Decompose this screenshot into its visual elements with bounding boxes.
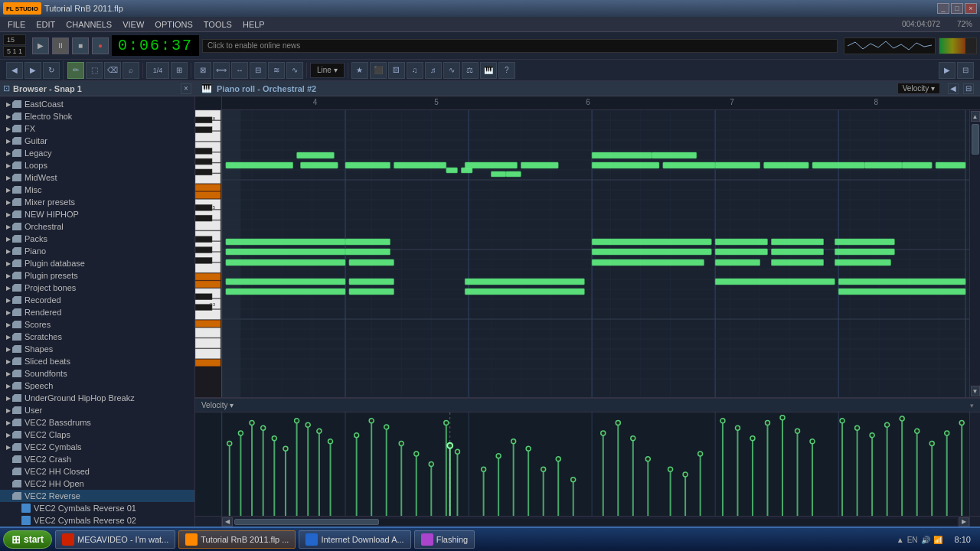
browser-list[interactable]: ▶EastCoast▶Electro Shok▶FX▶Guitar▶Legacy…: [0, 96, 194, 527]
browser-item[interactable]: ▶Scores: [0, 318, 194, 331]
velocity-bars-container[interactable]: [222, 412, 969, 516]
minimize-button[interactable]: _: [937, 3, 949, 14]
record-button[interactable]: ●: [92, 37, 109, 54]
browser-item[interactable]: VEC2 Cymbals Reverse 01: [0, 502, 194, 514]
browser-item[interactable]: ▶Mixer presets: [0, 196, 194, 208]
browser-close-btn[interactable]: ×: [181, 83, 191, 94]
piano-roll-collapse[interactable]: ⊟: [963, 83, 974, 94]
menu-view[interactable]: VIEW: [118, 18, 149, 31]
velocity-scrollbar[interactable]: [969, 412, 980, 516]
scroll-down-btn[interactable]: ▼: [971, 386, 980, 396]
browser-item[interactable]: ▶Loops: [0, 159, 194, 171]
systray-volume[interactable]: 🔊: [921, 536, 930, 544]
close-button[interactable]: ×: [965, 3, 977, 14]
window-controls[interactable]: _ □ ×: [937, 3, 977, 14]
tool-select[interactable]: ⬚: [86, 62, 103, 79]
h-scroll-bar-track[interactable]: [234, 519, 957, 525]
browser-item[interactable]: VEC2 HH Open: [0, 478, 194, 490]
h-scroll-track[interactable]: ◀ ▶: [222, 517, 969, 527]
tool-piano[interactable]: 🎹: [480, 62, 497, 79]
tool-mirror[interactable]: ⊟: [250, 62, 266, 79]
taskbar-item-fl[interactable]: Tutorial RnB 2011.flp ...: [178, 530, 296, 549]
velocity-selector[interactable]: Velocity ▾: [897, 83, 940, 94]
browser-refresh[interactable]: ↻: [43, 62, 60, 79]
menu-tools[interactable]: TOOLS: [199, 18, 237, 31]
tool-magic[interactable]: ★: [351, 62, 368, 79]
browser-item[interactable]: ▶Rendered: [0, 306, 194, 318]
browser-item[interactable]: ▶NEW HIPHOP: [0, 208, 194, 220]
tool-stamp[interactable]: ⬛: [370, 62, 387, 79]
browser-item[interactable]: ▶EastCoast: [0, 98, 194, 110]
systray-arrow[interactable]: ▲: [897, 536, 904, 544]
menu-help[interactable]: HELP: [238, 18, 270, 31]
browser-item[interactable]: ▶Legacy: [0, 147, 194, 159]
browser-nav-fwd[interactable]: ▶: [24, 62, 41, 79]
browser-item[interactable]: ▶FX: [0, 122, 194, 135]
h-scroll-right[interactable]: ▶: [959, 517, 969, 527]
browser-item[interactable]: ▶Speech: [0, 380, 194, 392]
tool-help[interactable]: ?: [498, 62, 515, 79]
systray-network[interactable]: 📶: [933, 536, 942, 544]
snap-btn[interactable]: ⊞: [171, 62, 188, 79]
maximize-button[interactable]: □: [951, 3, 963, 14]
browser-item[interactable]: ▶VEC2 Cymbals: [0, 441, 194, 453]
play-button[interactable]: ▶: [32, 37, 49, 54]
piano-roll-scroll-left[interactable]: ◀: [948, 83, 959, 94]
browser-item[interactable]: ▶Sliced beats: [0, 355, 194, 367]
browser-item[interactable]: VEC2 Cymbals Reverse 02: [0, 514, 194, 527]
browser-item[interactable]: ▶Project bones: [0, 282, 194, 294]
tool-lfo[interactable]: ∿: [443, 62, 460, 79]
taskbar-item-megavideo[interactable]: MEGAVIDEO - I'm wat...: [55, 530, 175, 549]
browser-item[interactable]: ▶Recorded: [0, 294, 194, 306]
tool-chord[interactable]: ♫: [407, 62, 423, 79]
browser-item[interactable]: ▶Misc: [0, 184, 194, 196]
browser-item[interactable]: ▶Shapes: [0, 343, 194, 355]
pause-button[interactable]: ⏸: [52, 37, 69, 54]
tool-random[interactable]: ⚄: [388, 62, 405, 79]
tool-zoom[interactable]: ⌕: [122, 62, 139, 79]
menu-options[interactable]: OPTIONS: [150, 18, 198, 31]
scrollbar-right[interactable]: ▶: [939, 62, 956, 79]
browser-item[interactable]: VEC2 Reverse: [0, 490, 194, 502]
taskbar-item-idm[interactable]: Internet Download A...: [299, 530, 410, 549]
browser-item[interactable]: ▶User: [0, 404, 194, 416]
velocity-collapse[interactable]: ▾: [970, 402, 974, 409]
tool-eraser[interactable]: ⌫: [104, 62, 121, 79]
tool-reverse[interactable]: ↔: [231, 62, 248, 79]
news-bar[interactable]: Click to enable online news: [202, 39, 838, 53]
tool-humanize[interactable]: ∿: [286, 62, 303, 79]
tool-glue[interactable]: ⊠: [194, 62, 211, 79]
tool-quantize[interactable]: 1/4: [146, 62, 169, 79]
browser-item[interactable]: ▶VEC2 Claps: [0, 429, 194, 441]
vertical-scrollbar[interactable]: ▲ ▼: [969, 110, 980, 397]
browser-item[interactable]: VEC2 Crash: [0, 453, 194, 465]
scroll-up-btn[interactable]: ▲: [971, 111, 980, 122]
scroll-track[interactable]: [970, 122, 980, 385]
browser-item[interactable]: ▶Guitar: [0, 135, 194, 147]
stop-button[interactable]: ■: [72, 37, 89, 54]
browser-item[interactable]: ▶MidWest: [0, 171, 194, 184]
collapse-btn[interactable]: ⊟: [957, 62, 974, 79]
menu-file[interactable]: FILE: [3, 18, 30, 31]
start-button[interactable]: ⊞ start: [3, 530, 52, 549]
browser-item[interactable]: ▶Orchestral: [0, 220, 194, 233]
tool-flip[interactable]: ⟺: [213, 62, 230, 79]
browser-item[interactable]: ▶Electro Shok: [0, 110, 194, 122]
line-mode[interactable]: Line ▾: [310, 63, 345, 78]
browser-item[interactable]: ▶Plugin database: [0, 257, 194, 269]
tool-scale[interactable]: ⚖: [462, 62, 479, 79]
browser-item[interactable]: VEC2 HH Closed: [0, 465, 194, 478]
browser-item[interactable]: ▶Soundfonts: [0, 367, 194, 380]
browser-item[interactable]: ▶Plugin presets: [0, 269, 194, 282]
taskbar-item-flashing[interactable]: Flashing: [414, 530, 475, 549]
tool-strum[interactable]: ≋: [268, 62, 285, 79]
browser-item[interactable]: ▶VEC2 Bassdrums: [0, 416, 194, 429]
browser-item[interactable]: ▶Piano: [0, 245, 194, 257]
tool-pencil[interactable]: ✏: [67, 62, 84, 79]
h-scroll-thumb[interactable]: [234, 519, 379, 525]
menu-channels[interactable]: CHANNELS: [61, 18, 116, 31]
tool-arp[interactable]: ♬: [425, 62, 442, 79]
menu-edit[interactable]: EDIT: [31, 18, 60, 31]
browser-item[interactable]: ▶Packs: [0, 233, 194, 245]
browser-nav-back[interactable]: ◀: [6, 62, 23, 79]
